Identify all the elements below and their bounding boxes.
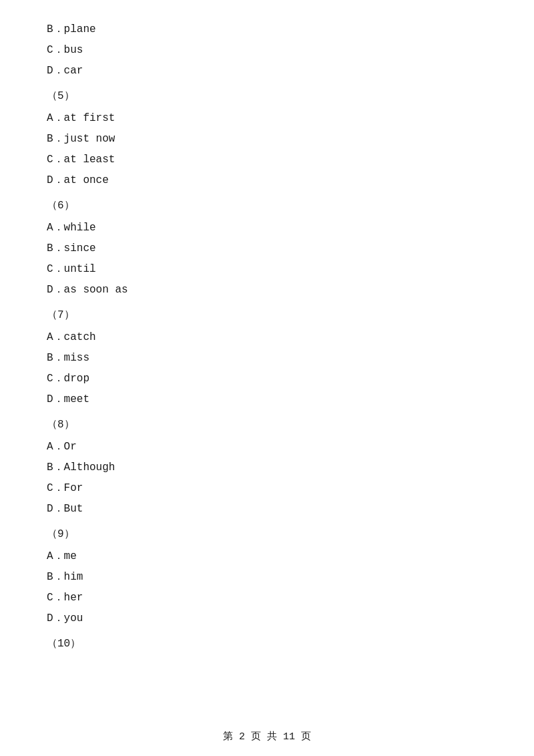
option-line: C．For — [47, 479, 487, 498]
option-line: B．him — [47, 568, 487, 587]
option-line: C．bus — [47, 41, 487, 60]
question-number: （6） — [47, 196, 487, 216]
option-line: D．as soon as — [47, 280, 487, 300]
option-line: B．plane — [47, 20, 487, 39]
option-line: C．drop — [47, 369, 487, 389]
option-line: D．at once — [47, 171, 487, 190]
option-line: B．just now — [47, 130, 487, 149]
page-footer: 第 2 页 共 11 页 — [0, 730, 534, 743]
option-line: A．at first — [47, 109, 487, 128]
question-number: （10） — [47, 634, 487, 654]
page-content: B．planeC．busD．car（5）A．at firstB．just now… — [0, 0, 534, 697]
option-line: D．But — [47, 500, 487, 519]
option-line: B．Although — [47, 458, 487, 478]
option-line: D．meet — [47, 390, 487, 409]
option-line: B．miss — [47, 349, 487, 368]
option-line: A．catch — [47, 328, 487, 347]
option-line: A．while — [47, 218, 487, 238]
option-line: B．since — [47, 239, 487, 258]
question-number: （9） — [47, 525, 487, 544]
question-number: （5） — [47, 87, 487, 106]
question-number: （8） — [47, 415, 487, 435]
option-line: A．me — [47, 547, 487, 566]
option-line: A．Or — [47, 437, 487, 457]
option-line: C．at least — [47, 150, 487, 170]
option-line: D．you — [47, 609, 487, 628]
option-line: C．until — [47, 260, 487, 279]
option-line: C．her — [47, 588, 487, 608]
question-number: （7） — [47, 306, 487, 325]
option-line: D．car — [47, 61, 487, 81]
